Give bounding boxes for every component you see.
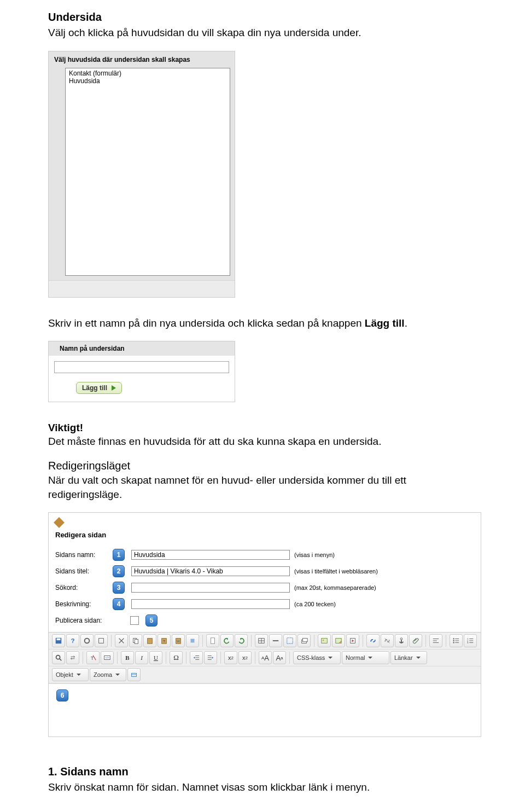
important-text: Det måste finnas en huvudsida för att du… — [48, 436, 381, 447]
attachment-icon[interactable] — [409, 634, 422, 647]
page-listbox[interactable]: Kontakt (formulär) Huvudsida — [65, 68, 230, 276]
page-title-input[interactable] — [131, 566, 290, 576]
panel-footer — [49, 280, 235, 297]
object-dropdown[interactable]: Objekt — [52, 668, 89, 681]
field-label: Sidans titel: — [55, 567, 113, 575]
save-icon[interactable] — [52, 634, 65, 647]
separator — [202, 635, 203, 647]
description-input[interactable] — [131, 599, 290, 609]
italic-button[interactable]: I — [135, 651, 148, 664]
page-number: 9 — [0, 805, 525, 812]
intro-text: Välj och klicka på huvudsidan du vill sk… — [48, 26, 481, 40]
editor-panel: Redigera sidan Sidans namn: 1 (visas i m… — [48, 512, 481, 737]
svg-point-34 — [453, 642, 454, 643]
field-label: Sidans namn: — [55, 551, 113, 559]
paste-plain-icon[interactable]: T — [158, 634, 171, 647]
name-panel: Namn på undersidan Lägg till — [48, 341, 235, 402]
separator — [255, 652, 255, 664]
media-icon[interactable] — [346, 634, 359, 647]
editor-canvas[interactable]: 6 — [49, 683, 481, 736]
text-case-icon[interactable]: AA — [259, 651, 272, 664]
add-button-label: Lägg till — [82, 384, 107, 392]
expand-icon[interactable] — [283, 634, 296, 647]
layers-icon[interactable] — [298, 634, 311, 647]
omega-icon[interactable]: Ω — [170, 651, 183, 664]
badge-6: 6 — [56, 689, 68, 701]
tool-icon[interactable] — [186, 634, 199, 647]
svg-rect-3 — [99, 639, 104, 643]
field-label: Beskrivning: — [55, 600, 113, 608]
tool-icon[interactable] — [127, 668, 141, 681]
page-name-input[interactable] — [131, 550, 290, 560]
superscript-button[interactable]: x2 — [224, 651, 237, 664]
css-class-dropdown[interactable]: CSS-klass — [293, 651, 341, 664]
keywords-input[interactable] — [131, 583, 290, 593]
new-doc-icon[interactable] — [206, 634, 219, 647]
svg-text:W: W — [177, 639, 180, 643]
image-edit-icon[interactable] — [332, 634, 345, 647]
underline-button[interactable]: U — [149, 651, 162, 664]
replace-icon[interactable] — [66, 651, 79, 664]
links-dropdown[interactable]: Länkar — [390, 651, 427, 664]
tool-icon[interactable] — [80, 634, 94, 647]
redo-icon[interactable] — [235, 634, 248, 647]
select-parent-panel: Välj huvudsida där undersidan skall skap… — [48, 51, 235, 298]
field-row-title: Sidans titel: 2 (visas i titelfältet i w… — [55, 563, 475, 579]
svg-point-30 — [453, 639, 454, 640]
list-item[interactable]: Huvudsida — [68, 77, 228, 85]
badge-5: 5 — [145, 614, 158, 627]
outdent-icon[interactable] — [190, 651, 203, 664]
format-dropdown[interactable]: Normal — [342, 651, 389, 664]
svg-point-32 — [453, 640, 454, 641]
number-list-icon[interactable]: 123 — [464, 634, 477, 647]
bullet-list-icon[interactable] — [450, 634, 463, 647]
separator — [251, 635, 252, 647]
unlink-icon[interactable] — [381, 634, 394, 647]
badge-3: 3 — [113, 582, 125, 594]
paste-word-icon[interactable]: W — [172, 634, 185, 647]
subpage-name-input[interactable] — [54, 361, 229, 373]
arrow-right-icon — [112, 385, 116, 391]
separator — [117, 652, 118, 664]
paste-icon[interactable] — [143, 634, 156, 647]
help-icon[interactable]: ? — [66, 634, 79, 647]
bold-button[interactable]: B — [121, 651, 134, 664]
link-icon[interactable] — [366, 634, 380, 647]
svg-rect-19 — [302, 639, 307, 642]
tool-icon[interactable] — [95, 634, 108, 647]
remove-format-icon[interactable]: T — [86, 651, 100, 664]
indent-icon[interactable] — [204, 651, 217, 664]
code-icon[interactable]: </> — [101, 651, 114, 664]
name-instruction-text: Skriv in ett namn på din nya undersida o… — [48, 316, 481, 330]
image-icon[interactable] — [318, 634, 331, 647]
subscript-button[interactable]: x2 — [238, 651, 252, 664]
undo-icon[interactable] — [220, 634, 234, 647]
publish-checkbox[interactable] — [130, 616, 139, 625]
field-hint: (visas i titelfältet i webbläsaren) — [294, 568, 378, 575]
separator — [111, 635, 112, 647]
svg-point-25 — [400, 638, 402, 640]
item1-heading: 1. Sidans namn — [48, 765, 481, 778]
align-left-icon[interactable] — [429, 634, 442, 647]
table-icon[interactable] — [255, 634, 268, 647]
cut-icon[interactable] — [115, 634, 128, 647]
copy-icon[interactable] — [129, 634, 142, 647]
zoom-dropdown[interactable]: Zooma — [90, 668, 126, 681]
svg-rect-20 — [322, 639, 328, 643]
find-icon[interactable] — [52, 651, 65, 664]
separator — [363, 635, 363, 647]
chevron-down-icon — [115, 674, 120, 676]
add-button[interactable]: Lägg till — [76, 382, 122, 394]
editor-heading: Redigera sidan — [55, 526, 475, 547]
field-label: Publicera sidan: — [55, 617, 113, 624]
svg-rect-6 — [148, 639, 153, 644]
item1-text: Skriv önskat namn för sidan. Namnet visa… — [48, 780, 481, 794]
separator — [314, 635, 314, 647]
list-item[interactable]: Kontakt (formulär) — [68, 69, 228, 77]
text-case-icon[interactable]: Aa — [273, 651, 286, 664]
anchor-icon[interactable] — [395, 634, 408, 647]
edit-mode-heading: Redigeringsläget — [48, 460, 130, 472]
chevron-down-icon — [416, 657, 421, 659]
field-hint: (visas i menyn) — [294, 552, 335, 558]
hr-icon[interactable] — [269, 634, 282, 647]
